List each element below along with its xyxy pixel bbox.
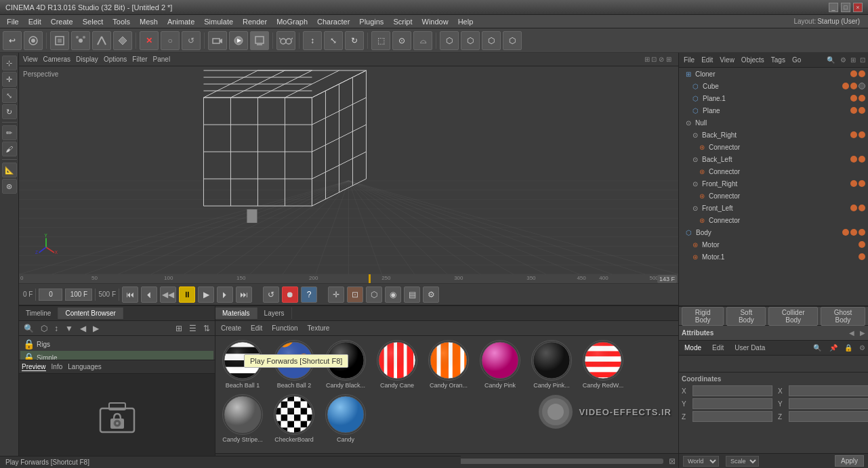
soft-body-btn[interactable]: Soft Body xyxy=(726,307,766,326)
obj-connector2[interactable]: ⊛ Connector xyxy=(679,165,868,177)
pb-key-all[interactable]: ⬡ xyxy=(366,286,382,303)
mat-candy-pink2[interactable]: Candy Pink... xyxy=(527,339,576,390)
tab-preview[interactable]: Preview xyxy=(22,363,46,371)
obj-connector4[interactable]: ⊛ Connector xyxy=(679,214,868,226)
obj-front-right[interactable]: ⊙ Front_Right xyxy=(679,177,868,190)
pb-play-fwd[interactable]: ▶ xyxy=(198,286,214,303)
menu-select[interactable]: Select xyxy=(79,16,108,27)
tab-info[interactable]: Info xyxy=(51,363,63,370)
timeline-ruler[interactable]: 0 50 100 150 200 250 300 350 400 450 500… xyxy=(19,274,678,284)
pb-fps-input[interactable] xyxy=(65,289,92,301)
rigid-body-btn[interactable]: Rigid Body xyxy=(682,307,724,326)
coord-y-input[interactable] xyxy=(693,398,772,409)
menu-help[interactable]: Help xyxy=(454,16,478,27)
toolbar-camera[interactable] xyxy=(208,31,227,50)
tool-misc[interactable]: ⊛ xyxy=(2,179,17,194)
toolbar-misc3[interactable]: ⬡ xyxy=(482,31,501,50)
tool-rot[interactable]: ↻ xyxy=(2,104,17,119)
mat-candy-cane[interactable]: Candy Cane xyxy=(373,339,421,390)
attr-settings[interactable]: ⚙ xyxy=(859,344,865,352)
pb-play-pause[interactable]: ⏸ xyxy=(179,286,195,303)
pb-rewind[interactable]: ◀◀ xyxy=(160,286,176,303)
mat-create[interactable]: Create xyxy=(218,323,244,333)
tool-scale2[interactable]: ⤡ xyxy=(2,88,17,103)
lt-arrows2[interactable]: ↕ xyxy=(52,323,60,334)
menu-character[interactable]: Character xyxy=(313,16,354,27)
pb-record[interactable]: ⏺ xyxy=(282,286,298,303)
mat-candy-stripe[interactable]: Candy Stripe... xyxy=(218,393,267,444)
tool-move[interactable]: ✛ xyxy=(2,72,17,87)
obj-tb-tags[interactable]: Tags xyxy=(769,55,787,65)
menu-simulate[interactable]: Simulate xyxy=(200,16,237,27)
menu-render[interactable]: Render xyxy=(239,16,271,27)
obj-null[interactable]: ⊙ Null xyxy=(679,116,868,129)
toolbar-poly[interactable] xyxy=(113,31,132,50)
lt-search[interactable]: 🔍 xyxy=(22,323,36,334)
pb-loop[interactable]: ↺ xyxy=(263,286,279,303)
toolbar-cross[interactable]: ✕ xyxy=(140,31,159,50)
collider-body-btn[interactable]: Collider Body xyxy=(768,307,818,326)
toolbar-points[interactable] xyxy=(71,31,90,50)
coord-xr-input[interactable] xyxy=(789,385,868,396)
minimize-button[interactable]: _ xyxy=(829,3,838,12)
attr-tab-edit[interactable]: Edit xyxy=(709,343,726,353)
attr-pin[interactable]: 📌 xyxy=(829,344,838,352)
coord-yr-input[interactable] xyxy=(789,398,868,409)
toolbar-lasso[interactable]: ⌓ xyxy=(413,31,432,50)
menu-create[interactable]: Create xyxy=(47,16,77,27)
vp-menu-cameras[interactable]: Cameras xyxy=(43,56,71,63)
mat-function[interactable]: Function xyxy=(269,323,300,333)
obj-connector1[interactable]: ⊛ Connector xyxy=(679,141,868,153)
mat-candy[interactable]: Candy xyxy=(321,393,370,444)
obj-tb-file[interactable]: File xyxy=(682,55,697,65)
mat-edit[interactable]: Edit xyxy=(248,323,265,333)
pb-layer[interactable]: ▤ xyxy=(404,286,420,303)
toolbar-glasses[interactable] xyxy=(276,31,295,50)
attr-tab-user-data[interactable]: User Data xyxy=(732,343,768,353)
vp-menu-panel[interactable]: Panel xyxy=(153,56,171,63)
obj-plane1[interactable]: ⬡ Plane.1 xyxy=(679,92,868,104)
attr-search[interactable]: 🔍 xyxy=(813,344,821,352)
tool-select[interactable]: ⊹ xyxy=(2,56,17,70)
toolbar-rotate[interactable]: ↺ xyxy=(182,31,201,50)
pb-misc[interactable]: ⚙ xyxy=(423,286,439,303)
obj-back-left[interactable]: ⊙ Back_Left xyxy=(679,153,868,165)
tab-timeline[interactable]: Timeline xyxy=(19,307,58,319)
lt-arrows[interactable]: ⬡ xyxy=(39,323,49,334)
tree-rigs[interactable]: 🔒 Rigs xyxy=(20,337,213,351)
vp-menu-filter[interactable]: Filter xyxy=(132,56,147,63)
toolbar-move[interactable]: ↕ xyxy=(303,31,322,50)
attr-arrow-left[interactable]: ◀ xyxy=(849,329,854,337)
menu-file[interactable]: File xyxy=(3,16,23,27)
toolbar-render[interactable] xyxy=(229,31,248,50)
obj-cube[interactable]: ⬡ Cube xyxy=(679,80,868,92)
tool-measure[interactable]: 📐 xyxy=(2,163,17,177)
mat-checkerboard[interactable]: CheckerBoard xyxy=(270,393,318,444)
tab-layers[interactable]: Layers xyxy=(257,307,292,319)
obj-cloner[interactable]: ⊞ Cloner xyxy=(679,68,868,80)
pb-motion[interactable]: ◉ xyxy=(385,286,401,303)
vp-menu-display[interactable]: Display xyxy=(76,56,98,63)
menu-tools[interactable]: Tools xyxy=(108,16,134,27)
coord-x-input[interactable] xyxy=(693,385,772,396)
attr-arrow-right[interactable]: ▶ xyxy=(860,329,865,337)
menu-window[interactable]: Window xyxy=(418,16,453,27)
tab-languages[interactable]: Languages xyxy=(68,363,102,370)
obj-plane[interactable]: ⬡ Plane xyxy=(679,104,868,116)
toolbar-select1[interactable]: ⬚ xyxy=(371,31,390,50)
toolbar-misc1[interactable]: ⬡ xyxy=(440,31,459,50)
menu-mograph[interactable]: MoGraph xyxy=(272,16,312,27)
obj-tb-objects[interactable]: Objects xyxy=(739,55,766,65)
mat-candy-orange[interactable]: Candy Oran... xyxy=(424,339,473,390)
pb-frame-input[interactable] xyxy=(39,289,62,301)
vp-menu-options[interactable]: Options xyxy=(104,56,127,63)
lt-filter[interactable]: ▼ xyxy=(63,323,75,334)
obj-search-icon[interactable]: 🔍 xyxy=(827,56,835,64)
lt-list[interactable]: ☰ xyxy=(187,323,199,334)
lt-arrow-left[interactable]: ◀ xyxy=(78,323,88,334)
tool-pen[interactable]: ✏ xyxy=(2,125,17,140)
toolbar-new[interactable]: ↩ xyxy=(3,31,22,50)
vp-menu-view[interactable]: View xyxy=(23,56,38,63)
menu-script[interactable]: Script xyxy=(389,16,416,27)
lt-sort[interactable]: ⇅ xyxy=(201,323,212,334)
